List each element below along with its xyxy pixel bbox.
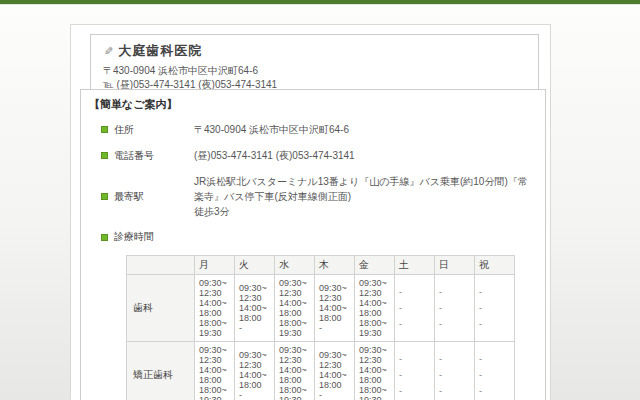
guide-section: 【簡単なご案内】 住所〒430-0904 浜松市中区中沢町64-6電話番号(昼)… (80, 89, 546, 400)
schedule-day-header: 水 (275, 256, 315, 275)
info-value: (昼)053-474-3141 (夜)053-474-3141 (194, 148, 355, 163)
schedule-row: 歯科09:30~12:3014:00~18:0018:00~19:3009:30… (127, 275, 515, 342)
guide-rows: 住所〒430-0904 浜松市中区中沢町64-6電話番号(昼)053-474-3… (89, 122, 537, 244)
schedule-table: 月火水木金土日祝歯科09:30~12:3014:00~18:0018:00~19… (126, 255, 515, 400)
schedule-day-header: 日 (435, 256, 475, 275)
schedule-row-label: 矯正歯科 (127, 342, 195, 400)
info-label: 診療時間 (114, 230, 194, 244)
schedule-closed-cell: --- (435, 275, 475, 342)
schedule-hours-cell: 09:30~12:3014:00~18:0018:00~19:30 (195, 342, 235, 400)
info-row: 診療時間 (101, 230, 537, 244)
info-row: 住所〒430-0904 浜松市中区中沢町64-6 (101, 122, 537, 137)
schedule-hours-cell: 09:30~12:3014:00~18:0018:00~19:30 (355, 275, 395, 342)
green-square-bullet-icon (101, 234, 108, 241)
green-square-bullet-icon (101, 126, 108, 133)
info-row: 最寄駅JR浜松駅北バスターミナル13番より『山の手線』バス乗車(約10分間)『常… (101, 174, 537, 219)
schedule-closed-cell: --- (435, 342, 475, 400)
green-square-bullet-icon (101, 152, 108, 159)
content-card: ✎大庭歯科医院 〒430-0904 浜松市中区中沢町64-6 ℡ (昼)053-… (70, 24, 551, 400)
schedule-row-label: 歯科 (127, 275, 195, 342)
schedule-closed-cell: --- (395, 275, 435, 342)
schedule-closed-cell: --- (395, 342, 435, 400)
schedule-hours-cell: 09:30~12:3014:00~18:00- (315, 275, 355, 342)
schedule-hours-cell: 09:30~12:3014:00~18:00- (235, 275, 275, 342)
schedule-day-header: 木 (315, 256, 355, 275)
clinic-title: ✎大庭歯科医院 (103, 42, 526, 60)
schedule-wrap: 月火水木金土日祝歯科09:30~12:3014:00~18:0018:00~19… (126, 255, 537, 400)
schedule-closed-cell: --- (475, 342, 515, 400)
schedule-day-header: 金 (355, 256, 395, 275)
top-bar (0, 0, 640, 5)
info-value: JR浜松駅北バスターミナル13番より『山の手線』バス乗車(約10分間)『常楽寺』… (194, 174, 537, 219)
info-label: 最寄駅 (114, 190, 194, 204)
clinic-postal-address: 〒430-0904 浜松市中区中沢町64-6 (103, 64, 526, 78)
schedule-hours-cell: 09:30~12:3014:00~18:0018:00~19:30 (195, 275, 235, 342)
schedule-hours-cell: 09:30~12:3014:00~18:0018:00~19:30 (355, 342, 395, 400)
schedule-hours-cell: 09:30~12:3014:00~18:0018:00~19:30 (275, 275, 315, 342)
schedule-header-row: 月火水木金土日祝 (127, 256, 515, 275)
schedule-hours-cell: 09:30~12:3014:00~18:00- (315, 342, 355, 400)
info-label: 電話番号 (114, 149, 194, 163)
schedule-row: 矯正歯科09:30~12:3014:00~18:0018:00~19:3009:… (127, 342, 515, 400)
schedule-day-header: 月 (195, 256, 235, 275)
schedule-day-header: 祝 (475, 256, 515, 275)
clinic-title-text: 大庭歯科医院 (118, 43, 202, 58)
info-label: 住所 (114, 123, 194, 137)
guide-section-title: 【簡単なご案内】 (89, 97, 537, 112)
schedule-hours-cell: 09:30~12:3014:00~18:00- (235, 342, 275, 400)
pencil-clip-icon: ✎ (103, 45, 113, 58)
schedule-closed-cell: --- (475, 275, 515, 342)
schedule-empty-header (127, 256, 195, 275)
info-value: 〒430-0904 浜松市中区中沢町64-6 (194, 122, 349, 137)
schedule-day-header: 火 (235, 256, 275, 275)
schedule-day-header: 土 (395, 256, 435, 275)
page: { "theme": { "topbar_green": "#4e7c2c", … (0, 0, 640, 400)
green-square-bullet-icon (101, 193, 108, 200)
info-row: 電話番号(昼)053-474-3141 (夜)053-474-3141 (101, 148, 537, 163)
schedule-hours-cell: 09:30~12:3014:00~18:0018:00~19:30 (275, 342, 315, 400)
